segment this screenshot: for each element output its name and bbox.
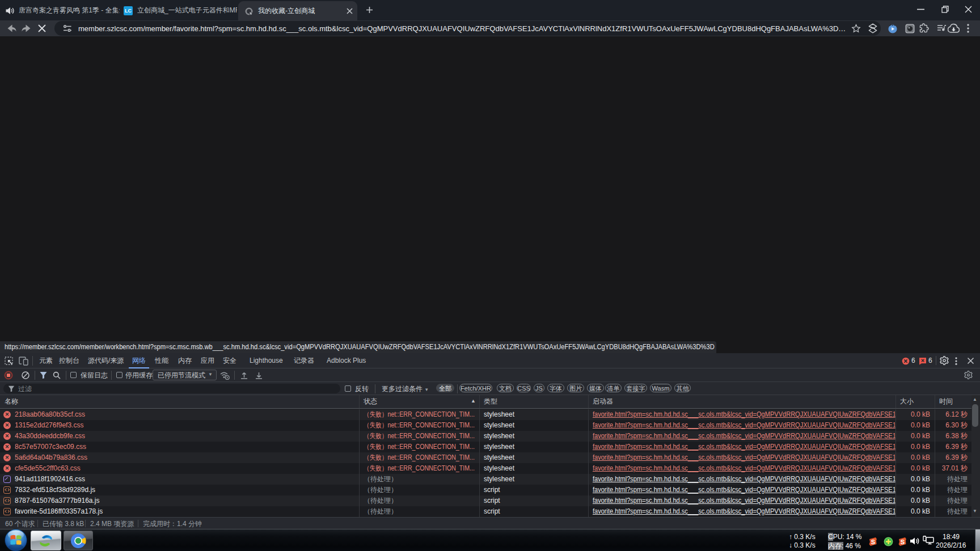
svg-text:S: S — [901, 539, 905, 545]
svg-text:S: S — [871, 539, 875, 545]
